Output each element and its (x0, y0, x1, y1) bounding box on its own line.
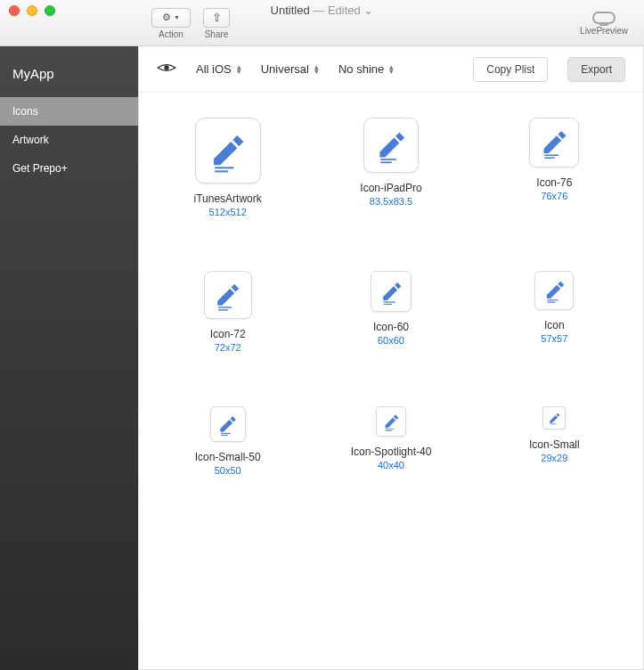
sidebar-item-artwork[interactable]: Artwork (0, 126, 138, 154)
pencil-icon (211, 279, 243, 311)
app-icon-preview (534, 271, 574, 310)
app-icon-preview (195, 118, 261, 184)
icon-cell[interactable]: Icon57x57 (477, 271, 632, 353)
app-name: MyApp (0, 46, 138, 97)
icon-dimensions: 60x60 (378, 335, 404, 346)
icon-label: Icon-Spotlight-40 (351, 445, 432, 458)
action-menu[interactable]: ⚙︎ ▼ Action (151, 8, 191, 39)
export-button[interactable]: Export (567, 57, 625, 82)
eye-icon[interactable] (157, 61, 176, 78)
icon-dimensions: 512x512 (209, 207, 247, 217)
pencil-icon (547, 411, 562, 426)
icon-dimensions: 57x57 (541, 333, 567, 344)
filter-bar: All iOS▴▾ Universal▴▾ No shine▴▾ Copy Pl… (139, 46, 643, 93)
icon-label: Icon-72 (210, 328, 246, 340)
livepreview-icon (592, 12, 615, 24)
pencil-icon (537, 126, 571, 159)
icon-label: Icon-60 (373, 321, 409, 333)
icon-cell[interactable]: Icon-iPadPro83.5x83.5 (313, 118, 469, 217)
icon-cell[interactable]: Icon-Spotlight-4040x40 (313, 406, 469, 476)
pencil-icon (205, 128, 249, 173)
pencil-icon (542, 277, 567, 303)
share-button[interactable]: ⇧ Share (203, 8, 230, 39)
app-icon-preview (529, 118, 579, 168)
icon-cell[interactable]: Icon-Small-5050x50 (150, 406, 306, 476)
icon-dimensions: 40x40 (378, 460, 404, 470)
icon-dimensions: 29x29 (541, 453, 567, 463)
icon-dimensions: 83.5x83.5 (370, 196, 412, 207)
share-icon: ⇧ (212, 11, 222, 24)
pencil-icon (372, 127, 410, 164)
app-icon-preview (542, 406, 566, 429)
app-icon-preview (371, 271, 412, 312)
sidebar-item-get-prepo-[interactable]: Get Prepo+ (0, 154, 138, 183)
pencil-icon (378, 278, 405, 306)
titlebar: Untitled — Edited ⌄ ⚙︎ ▼ Action ⇧ Share … (0, 0, 644, 46)
device-dropdown[interactable]: Universal▴▾ (261, 62, 319, 76)
icon-label: Icon-76 (536, 176, 572, 189)
icon-dimensions: 50x50 (215, 465, 241, 476)
app-icon-preview (376, 406, 406, 437)
platform-dropdown[interactable]: All iOS▴▾ (196, 62, 241, 76)
sidebar: MyApp IconsArtworkGet Prepo+ (0, 46, 138, 670)
icon-cell[interactable]: Icon-7272x72 (150, 271, 306, 353)
icon-dimensions: 72x72 (215, 342, 241, 353)
icon-cell[interactable]: Icon-6060x60 (313, 271, 469, 353)
icon-cell[interactable]: iTunesArtwork512x512 (150, 118, 306, 217)
icon-label: Icon-Small (529, 438, 580, 451)
icon-grid: iTunesArtwork512x512Icon-iPadPro83.5x83.… (139, 93, 643, 669)
icon-label: Icon (544, 319, 565, 331)
icon-cell[interactable]: Icon-7676x76 (477, 118, 632, 217)
pencil-icon (216, 413, 240, 437)
shine-dropdown[interactable]: No shine▴▾ (338, 62, 394, 76)
livepreview-button[interactable]: LivePreview (580, 12, 628, 36)
app-icon-preview (363, 118, 419, 173)
gear-icon: ⚙︎ (162, 12, 171, 23)
app-icon-preview (210, 406, 246, 442)
pencil-icon (381, 412, 401, 431)
icon-label: iTunesArtwork (194, 192, 262, 205)
icon-label: Icon-Small-50 (195, 451, 261, 463)
icon-cell[interactable]: Icon-Small29x29 (477, 406, 632, 476)
icon-dimensions: 76x76 (541, 191, 567, 201)
app-icon-preview (204, 271, 252, 319)
copy-plist-button[interactable]: Copy Plist (473, 57, 548, 82)
content-area: All iOS▴▾ Universal▴▾ No shine▴▾ Copy Pl… (138, 46, 644, 670)
sidebar-item-icons[interactable]: Icons (0, 97, 138, 126)
icon-label: Icon-iPadPro (360, 182, 421, 194)
